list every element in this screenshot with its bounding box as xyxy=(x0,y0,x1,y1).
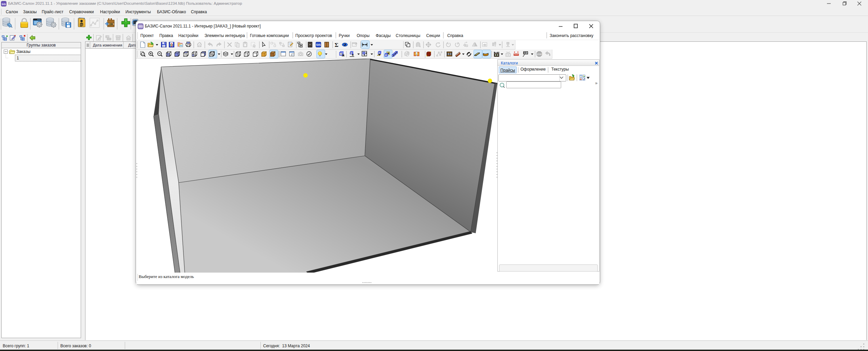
svg-text:Σ: Σ xyxy=(335,42,338,48)
svg-text:STOP: STOP xyxy=(537,53,542,55)
svg-text:SIS: SIS xyxy=(316,43,321,47)
svg-text:SlS: SlS xyxy=(138,25,143,28)
svg-text:Заказы: Заказы xyxy=(16,49,31,54)
svg-text:SlS: SlS xyxy=(2,3,6,6)
svg-text:Дата изменения: Дата изменения xyxy=(93,43,122,47)
svg-text:ABC: ABC xyxy=(523,52,528,54)
svg-text:1: 1 xyxy=(17,56,19,60)
